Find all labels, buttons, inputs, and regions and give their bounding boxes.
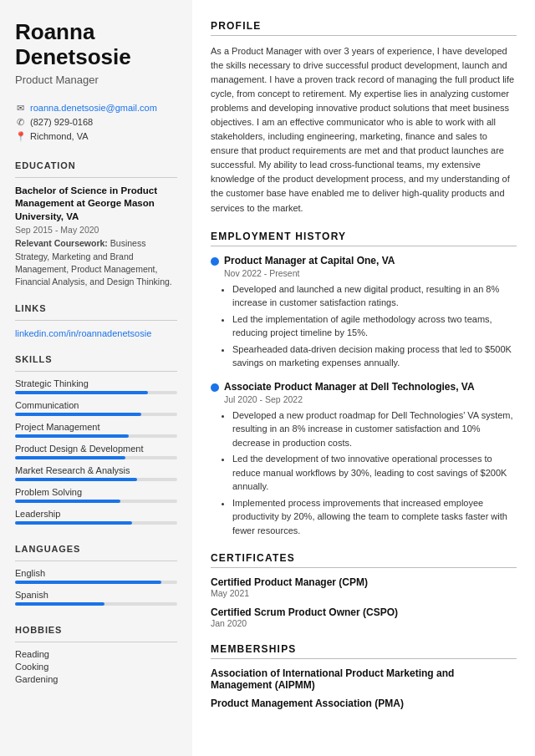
membership-entry: Association of International Product Mar… [211, 667, 517, 691]
skill-label: Communication [15, 400, 177, 410]
language-item: English [15, 568, 177, 584]
skill-bar-bg [15, 478, 177, 481]
resume-container: Roanna Denetsosie Product Manager ✉ roan… [0, 0, 535, 756]
skill-bar-fill [15, 434, 129, 438]
job-title-row: Product Manager at Capital One, VA [211, 255, 517, 266]
main-content: PROFILE As a Product Manager with over 3… [192, 0, 535, 756]
memberships-section-title: MEMBERSHIPS [211, 643, 517, 659]
linkedin-link[interactable]: linkedin.com/in/roannadenetsosie [15, 328, 151, 338]
hobby-item: Cooking [15, 662, 177, 672]
email-item: ✉ roanna.denetsosie@gmail.com [15, 103, 177, 114]
language-label: English [15, 568, 177, 578]
location-text: Richmond, VA [30, 131, 89, 141]
coursework-label: Relevant Coursework: [15, 238, 108, 248]
sidebar: Roanna Denetsosie Product Manager ✉ roan… [0, 0, 192, 756]
language-item: Spanish [15, 590, 177, 606]
education-coursework: Relevant Coursework: Business Strategy, … [15, 237, 177, 288]
job-bullet: Implemented process improvements that in… [232, 496, 517, 538]
skill-bar-bg [15, 434, 177, 438]
hobbies-title: HOBBIES [15, 625, 177, 635]
employment-section: EMPLOYMENT HISTORY Product Manager at Ca… [211, 231, 517, 538]
contact-block: ✉ roanna.denetsosie@gmail.com ✆ (827) 92… [15, 103, 177, 145]
membership-name: Product Management Association (PMA) [211, 698, 517, 709]
links-title: LINKS [15, 303, 177, 313]
languages-divider [15, 561, 177, 561]
certificate-name: Certified Product Manager (CPM) [211, 576, 517, 588]
hobby-item: Gardening [15, 674, 177, 684]
email-icon: ✉ [15, 103, 25, 114]
membership-name: Association of International Product Mar… [211, 667, 517, 691]
job-entry: Associate Product Manager at Dell Techno… [211, 381, 517, 538]
skill-bar-fill [15, 391, 148, 394]
certificate-date: May 2021 [211, 588, 517, 598]
location-item: 📍 Richmond, VA [15, 131, 177, 142]
skill-item: Problem Solving [15, 487, 177, 503]
job-title-row: Associate Product Manager at Dell Techno… [211, 381, 517, 393]
education-divider [15, 177, 177, 178]
job-date: Nov 2022 - Present [224, 268, 517, 278]
name-block: Roanna Denetsosie Product Manager [15, 20, 177, 86]
memberships-list: Association of International Product Mar… [211, 667, 517, 709]
jobs-list: Product Manager at Capital One, VA Nov 2… [211, 255, 517, 538]
education-degree: Bachelor of Science in Product Managemen… [15, 185, 177, 224]
skill-bar-bg [15, 413, 177, 416]
hobbies-divider [15, 642, 177, 642]
job-bullet: Led the development of two innovative op… [232, 452, 517, 494]
job-bullet: Led the implementation of agile methodol… [232, 312, 517, 340]
phone-item: ✆ (827) 929-0168 [15, 117, 177, 128]
phone-icon: ✆ [15, 117, 25, 128]
skill-bar-fill [15, 521, 132, 525]
job-dot [211, 383, 219, 392]
skill-item: Project Management [15, 422, 177, 438]
links-divider [15, 320, 177, 321]
links-section: LINKS linkedin.com/in/roannadenetsosie [15, 302, 177, 339]
memberships-section: MEMBERSHIPS Association of International… [211, 643, 517, 709]
certificates-section-title: CERTIFICATES [211, 552, 517, 568]
skill-bar-fill [15, 456, 125, 459]
language-bar-bg [15, 602, 177, 606]
skill-label: Leadership [15, 509, 177, 519]
language-bar-fill [15, 602, 104, 606]
skill-bar-bg [15, 456, 177, 459]
certificate-date: Jan 2020 [211, 618, 517, 628]
skill-label: Market Research & Analysis [15, 465, 177, 475]
skill-bar-bg [15, 500, 177, 503]
first-name: Roanna [15, 19, 94, 44]
hobbies-list: ReadingCookingGardening [15, 649, 177, 684]
skill-label: Problem Solving [15, 487, 177, 497]
education-section: EDUCATION Bachelor of Science in Product… [15, 159, 177, 288]
skill-item: Product Design & Development [15, 444, 177, 459]
job-date: Jul 2020 - Sep 2022 [224, 394, 517, 404]
skill-bar-bg [15, 391, 177, 394]
skills-divider [15, 371, 177, 372]
skill-item: Communication [15, 400, 177, 416]
skill-item: Market Research & Analysis [15, 465, 177, 481]
job-bullet: Spearheaded data-driven decision making … [232, 342, 517, 370]
skill-bar-fill [15, 478, 137, 481]
email-link[interactable]: roanna.denetsosie@gmail.com [30, 103, 157, 113]
skills-section: SKILLS Strategic Thinking Communication … [15, 353, 177, 530]
full-name: Roanna Denetsosie [15, 20, 177, 70]
skill-bar-fill [15, 413, 141, 416]
skill-label: Product Design & Development [15, 444, 177, 454]
hobby-item: Reading [15, 649, 177, 659]
membership-entry: Product Management Association (PMA) [211, 698, 517, 709]
profile-text: As a Product Manager with over 3 years o… [211, 44, 517, 216]
certificate-entry: Certified Product Manager (CPM) May 2021 [211, 576, 517, 598]
skill-item: Leadership [15, 509, 177, 525]
job-title-text: Product Manager at Capital One, VA [224, 255, 395, 266]
skill-bar-fill [15, 500, 120, 503]
skill-label: Strategic Thinking [15, 378, 177, 388]
job-bullet: Developed a new product roadmap for Dell… [232, 408, 517, 450]
languages-title: LANGUAGES [15, 544, 177, 554]
linkedin-item: linkedin.com/in/roannadenetsosie [15, 327, 177, 339]
job-title-text: Associate Product Manager at Dell Techno… [224, 381, 475, 393]
job-bullets-list: Developed a new product roadmap for Dell… [224, 408, 517, 538]
skills-list: Strategic Thinking Communication Project… [15, 378, 177, 525]
job-bullets-list: Developed and launched a new digital pro… [224, 282, 517, 370]
location-icon: 📍 [15, 131, 25, 142]
education-date: Sep 2015 - May 2020 [15, 225, 177, 235]
certificates-list: Certified Product Manager (CPM) May 2021… [211, 576, 517, 628]
job-dot [211, 257, 219, 266]
employment-section-title: EMPLOYMENT HISTORY [211, 231, 517, 246]
